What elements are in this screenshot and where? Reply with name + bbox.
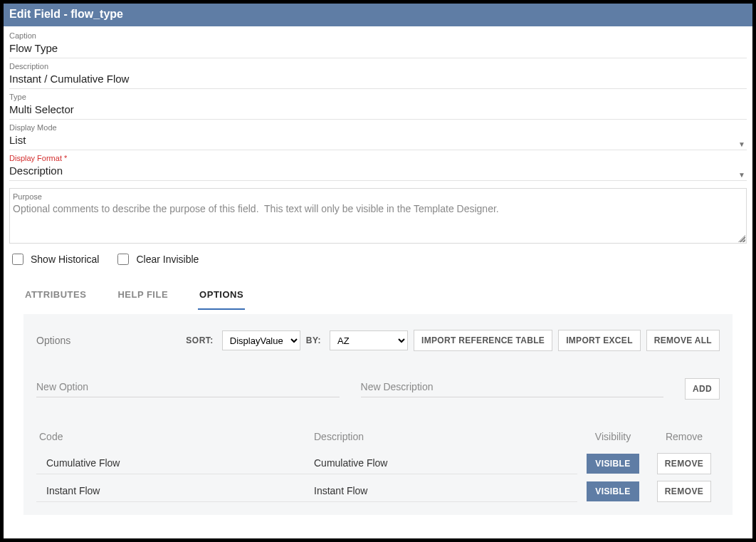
options-table: Code Description Visibility Remove Cumul…: [36, 429, 720, 505]
chevron-down-icon[interactable]: ▼: [738, 171, 747, 179]
display-mode-value: List: [9, 132, 738, 148]
new-option-input[interactable]: [36, 378, 340, 397]
column-header-description: Description: [314, 431, 577, 442]
tab-attributes[interactable]: ATTRIBUTES: [23, 282, 88, 310]
clear-invisible-label: Clear Invisible: [136, 254, 199, 265]
visibility-toggle-button[interactable]: VISIBLE: [587, 454, 639, 474]
add-button[interactable]: ADD: [685, 378, 720, 400]
sort-label: SORT:: [186, 335, 214, 345]
caption-field[interactable]: Caption: [9, 28, 747, 58]
purpose-label: Purpose: [13, 192, 743, 202]
clear-invisible-input[interactable]: [117, 254, 129, 265]
table-row: Instant FlowInstant FlowVISIBLEREMOVE: [36, 477, 720, 505]
show-historical-input[interactable]: [12, 254, 23, 265]
type-value: Multi Selector: [9, 102, 747, 118]
edit-field-dialog: Edit Field - flow_type Caption Descripti…: [4, 4, 752, 538]
new-description-input[interactable]: [361, 378, 664, 397]
display-mode-field[interactable]: Display Mode List ▼: [9, 120, 747, 150]
tab-options[interactable]: OPTIONS: [198, 282, 245, 310]
show-historical-checkbox[interactable]: Show Historical: [12, 254, 99, 265]
type-label: Type: [9, 92, 747, 102]
display-format-label: Display Format *: [9, 153, 738, 163]
column-header-visibility: Visibility: [577, 431, 649, 442]
column-header-remove: Remove: [649, 431, 720, 442]
options-panel: Options SORT: DisplayValue BY: AZ IMPORT…: [23, 314, 733, 515]
cell-description[interactable]: Instant Flow: [314, 480, 577, 502]
cell-description[interactable]: Cumulative Flow: [314, 452, 577, 474]
table-row: Cumulative FlowCumulative FlowVISIBLEREM…: [36, 449, 720, 477]
cell-code[interactable]: Instant Flow: [36, 480, 314, 502]
display-mode-label: Display Mode: [9, 123, 738, 132]
by-select[interactable]: AZ: [330, 330, 408, 350]
resize-grip-icon[interactable]: [738, 235, 745, 242]
by-label: BY:: [306, 335, 321, 345]
description-field[interactable]: Description: [9, 58, 747, 89]
import-excel-button[interactable]: IMPORT EXCEL: [558, 330, 641, 351]
clear-invisible-checkbox[interactable]: Clear Invisible: [117, 254, 199, 265]
caption-label: Caption: [9, 31, 747, 41]
description-label: Description: [9, 61, 747, 71]
description-input[interactable]: [9, 71, 747, 87]
display-format-field[interactable]: Display Format * Description ▼: [9, 150, 747, 181]
tab-bar: ATTRIBUTES HELP FILE OPTIONS: [23, 282, 733, 310]
import-reference-table-button[interactable]: IMPORT REFERENCE TABLE: [414, 330, 552, 351]
sort-select[interactable]: DisplayValue: [222, 330, 300, 350]
purpose-field[interactable]: Purpose: [9, 188, 747, 244]
visibility-toggle-button[interactable]: VISIBLE: [587, 481, 639, 501]
chevron-down-icon[interactable]: ▼: [738, 140, 747, 148]
remove-row-button[interactable]: REMOVE: [657, 481, 711, 502]
display-format-value: Description: [9, 163, 738, 179]
caption-input[interactable]: [9, 41, 747, 56]
purpose-textarea[interactable]: [13, 203, 743, 237]
options-section-label: Options: [36, 335, 70, 346]
dialog-title: Edit Field - flow_type: [4, 4, 752, 26]
cell-code[interactable]: Cumulative Flow: [36, 452, 314, 474]
show-historical-label: Show Historical: [31, 254, 99, 265]
column-header-code: Code: [36, 431, 314, 442]
remove-row-button[interactable]: REMOVE: [657, 453, 711, 474]
remove-all-button[interactable]: REMOVE ALL: [646, 330, 720, 351]
tab-help-file[interactable]: HELP FILE: [116, 282, 169, 310]
type-field[interactable]: Type Multi Selector: [9, 89, 747, 120]
